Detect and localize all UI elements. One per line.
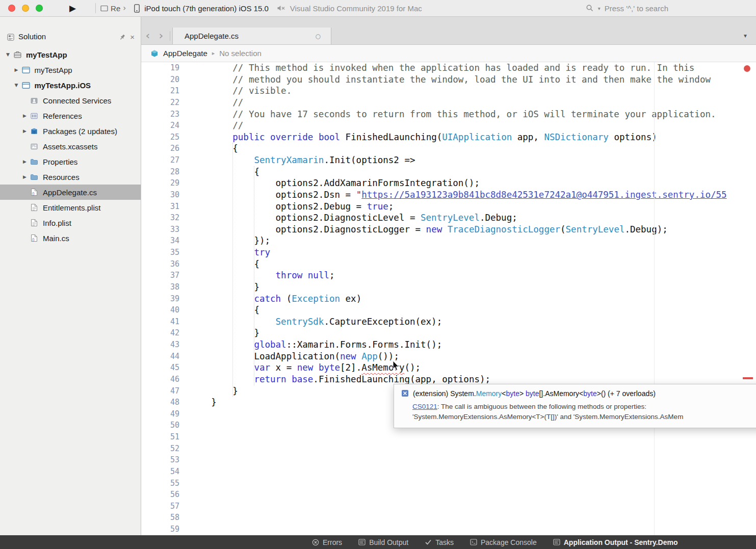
sidebar-item-entitlements-plist[interactable]: Entitlements.plist — [0, 200, 141, 215]
code-text: try — [190, 247, 270, 258]
sidebar-item-connected-services[interactable]: Connected Services — [0, 93, 141, 108]
code-line-54[interactable]: 54 — [141, 466, 756, 478]
code-line-43[interactable]: 43 global::Xamarin.Forms.Forms.Init(); — [141, 339, 756, 351]
solution-tree: ▼myTestApp▶myTestApp▼myTestApp.iOSConnec… — [0, 45, 141, 535]
expand-arrow-icon[interactable]: ▶ — [13, 67, 20, 72]
code-line-44[interactable]: 44 LoadApplication(new App()); — [141, 351, 756, 362]
pin-pad-button[interactable] — [119, 34, 126, 41]
navigate-forward-button[interactable]: › — [154, 28, 168, 44]
sidebar-item-references[interactable]: ▶References — [0, 108, 141, 123]
error-code-link[interactable]: CS0121 — [412, 403, 437, 410]
navigate-back-button[interactable]: ‹ — [141, 28, 154, 44]
vs-mac-window: ▶ Re › iPod touch (7th generation) iOS 1… — [0, 0, 756, 549]
error-squiggle-identifier[interactable]: AsMemory — [361, 362, 404, 373]
code-line-35[interactable]: 35 try — [141, 247, 756, 258]
sidebar-item-mytestapp[interactable]: ▶myTestApp — [0, 62, 141, 77]
code-line-23[interactable]: 23 // You have 17 seconds to return from… — [141, 109, 756, 120]
build-configuration-dropdown[interactable]: Re › — [100, 4, 126, 13]
code-line-37[interactable]: 37 throw null; — [141, 270, 756, 281]
code-text: options2.Debug = true; — [190, 201, 394, 213]
statusbar-package-console[interactable]: Package Console — [470, 538, 537, 546]
code-line-53[interactable]: 53 — [141, 454, 756, 466]
code-line-30[interactable]: 30 options2.Dsn = "https://5a193123a9b84… — [141, 189, 756, 201]
error-line-marker[interactable] — [743, 377, 753, 379]
line-number: 21 — [141, 85, 179, 97]
code-line-59[interactable]: 59 — [141, 524, 756, 535]
sidebar-item-label: myTestApp — [35, 66, 72, 74]
code-line-20[interactable]: 20 // method you should instantiate the … — [141, 74, 756, 86]
code-line-32[interactable]: 32 options2.DiagnosticLevel = SentryLeve… — [141, 212, 756, 224]
statusbar-build-output[interactable]: Build Output — [358, 538, 408, 546]
code-line-27[interactable]: 27 SentryXamarin.Init(options2 => — [141, 154, 756, 166]
expand-arrow-icon[interactable]: ▶ — [21, 159, 29, 164]
collapse-arrow-icon[interactable]: ▼ — [4, 52, 12, 57]
tab-modified-indicator[interactable]: ○ — [316, 33, 321, 40]
code-line-57[interactable]: 57 — [141, 501, 756, 512]
code-line-40[interactable]: 40 { — [141, 304, 756, 316]
sidebar-item-assets-xcassets[interactable]: Assets.xcassets — [0, 139, 141, 154]
code-line-55[interactable]: 55 — [141, 478, 756, 489]
statusbar-tasks[interactable]: Tasks — [425, 538, 454, 546]
sidebar-item-mytestapp[interactable]: ▼myTestApp — [0, 47, 141, 62]
code-text: // method you should instantiate the win… — [190, 74, 711, 86]
tab-overflow-menu-button[interactable]: ▾ — [744, 28, 747, 44]
sidebar-item-packages-2-updates[interactable]: ▶Packages (2 updates) — [0, 123, 141, 139]
column-ruler — [654, 62, 655, 535]
code-line-26[interactable]: 26 { — [141, 143, 756, 154]
code-line-58[interactable]: 58 — [141, 512, 756, 524]
zoom-window-button[interactable] — [36, 5, 43, 12]
device-selector[interactable]: iPod touch (7th generation) iOS 15.0 — [134, 4, 269, 13]
code-line-19[interactable]: 19 // This method is invoked when the ap… — [141, 62, 756, 74]
code-line-31[interactable]: 31 options2.Debug = true; — [141, 201, 756, 213]
code-line-25[interactable]: 25 public override bool FinishedLaunchin… — [141, 132, 756, 143]
statusbar-items: ErrorsBuild OutputTasksPackage ConsoleAp… — [312, 538, 677, 546]
code-line-34[interactable]: 34 }); — [141, 235, 756, 247]
code-editor[interactable]: 19 // This method is invoked when the ap… — [141, 62, 756, 535]
code-line-24[interactable]: 24 // — [141, 120, 756, 132]
code-line-36[interactable]: 36 { — [141, 258, 756, 270]
solution-pad: Solution × ▼myTestApp▶myTestApp▼myTestAp… — [0, 17, 141, 535]
sidebar-item-resources[interactable]: ▶Resources — [0, 169, 141, 185]
close-window-button[interactable] — [8, 5, 15, 12]
tab-appdelegate-cs[interactable]: AppDelegate.cs ○ — [172, 28, 331, 44]
run-button[interactable]: ▶ — [69, 3, 76, 13]
close-pad-button[interactable]: × — [130, 33, 135, 41]
code-line-41[interactable]: 41 SentrySdk.CaptureException(ex); — [141, 316, 756, 328]
code-line-38[interactable]: 38 } — [141, 281, 756, 293]
error-overview-indicator[interactable] — [744, 65, 750, 72]
code-line-39[interactable]: 39 catch (Exception ex) — [141, 293, 756, 305]
code-text: // visible. — [190, 85, 292, 97]
code-line-42[interactable]: 42 } — [141, 327, 756, 339]
device-label: iPod touch (7th generation) iOS 15.0 — [144, 4, 269, 13]
expand-arrow-icon[interactable]: ▶ — [21, 113, 29, 118]
breadcrumb: AppDelegate ▸ No selection — [141, 45, 756, 62]
code-line-33[interactable]: 33 options2.DiagnosticLogger = new Trace… — [141, 224, 756, 236]
code-line-28[interactable]: 28 { — [141, 166, 756, 178]
breadcrumb-selection[interactable]: No selection — [219, 49, 262, 58]
code-text: // You have 17 seconds to return from th… — [190, 109, 716, 120]
statusbar-errors[interactable]: Errors — [312, 538, 342, 546]
code-line-45[interactable]: 45 var x = new byte[2].AsMemory(); — [141, 362, 756, 374]
sidebar-item-properties[interactable]: ▶Properties — [0, 154, 141, 169]
expand-arrow-icon[interactable]: ▶ — [21, 128, 29, 134]
sentry-dsn-link[interactable]: https://5a193123a9b841bc8d8e42531e7242a1… — [361, 190, 726, 200]
code-line-52[interactable]: 52 — [141, 443, 756, 455]
code-line-56[interactable]: 56 — [141, 489, 756, 501]
code-line-21[interactable]: 21 // visible. — [141, 85, 756, 97]
code-line-51[interactable]: 51 — [141, 431, 756, 443]
sidebar-item-mytestapp-ios[interactable]: ▼myTestApp.iOS — [0, 77, 141, 93]
line-number: 46 — [141, 374, 179, 385]
expand-arrow-icon[interactable]: ▶ — [21, 174, 29, 179]
breadcrumb-scope[interactable]: AppDelegate — [163, 49, 207, 58]
sidebar-item-main-cs[interactable]: {}Main.cs — [0, 230, 141, 246]
project-icon — [21, 82, 31, 89]
code-line-29[interactable]: 29 options2.AddXamarinFormsIntegration()… — [141, 177, 756, 189]
folder-icon — [30, 158, 39, 165]
sidebar-item-appdelegate-cs[interactable]: {}AppDelegate.cs — [0, 185, 141, 200]
minimize-window-button[interactable] — [22, 5, 29, 12]
statusbar-application-output-sentry-demo[interactable]: Application Output - Sentry.Demo — [553, 538, 678, 546]
code-line-22[interactable]: 22 // — [141, 97, 756, 109]
collapse-arrow-icon[interactable]: ▼ — [13, 83, 20, 88]
global-search-field[interactable]: ▾ Press '^,' to search — [586, 4, 668, 13]
sidebar-item-info-plist[interactable]: Info.plist — [0, 215, 141, 230]
